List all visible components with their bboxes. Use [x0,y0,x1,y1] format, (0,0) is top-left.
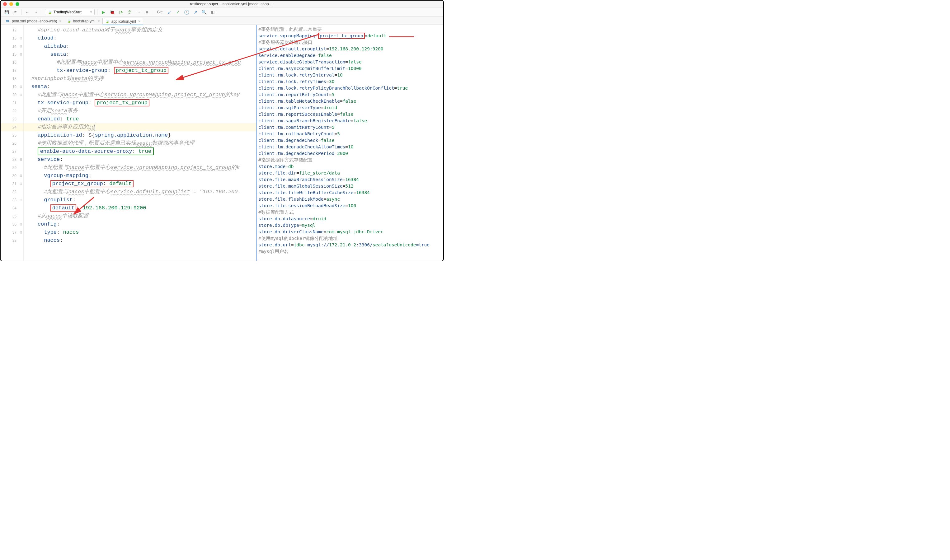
line-number[interactable]: 21 [1,99,23,107]
line-number[interactable]: 14⊟ [1,42,23,51]
fold-icon[interactable]: ⊟ [20,34,22,42]
line-number[interactable]: 20⊟ [1,91,23,99]
line-number[interactable]: 27 [1,148,23,155]
code-line[interactable]: #此配置与nacos中配置中心service.vgroupMapping.pro… [24,58,257,66]
code-line[interactable]: cloud: [24,34,257,42]
code-editor[interactable]: #spring-cloud-alibaba对于seata事务组的定义 cloud… [24,25,257,261]
fold-icon[interactable]: ⊟ [20,83,22,91]
profile-icon[interactable]: ⏱ [126,9,133,15]
commit-icon[interactable]: ✓ [175,9,182,15]
run-icon[interactable]: ▶ [100,9,107,15]
leaf-icon: 🍃 [105,19,109,24]
line-number[interactable]: 34 [1,204,23,212]
line-number[interactable]: 13⊟ [1,34,23,42]
fold-icon[interactable]: ⊟ [20,91,22,99]
editor-tabs: m pom.xml (model-shop-web) × 🍃 bootstrap… [1,17,443,25]
line-number[interactable]: 30⊟ [1,172,23,180]
tab-application-yml[interactable]: 🍃 application.yml × [102,18,143,25]
line-number[interactable]: 17 [1,66,23,75]
code-line[interactable]: enabled: true [24,115,257,123]
tab-pom-xml[interactable]: m pom.xml (model-shop-web) × [3,17,64,25]
refresh-icon[interactable]: ⟳ [12,9,18,15]
forward-icon[interactable]: → [33,9,40,15]
fold-icon[interactable]: ⊟ [20,172,22,180]
line-number[interactable]: 31⊟ [1,180,23,188]
code-line[interactable]: type: nacos [24,228,257,237]
stop-icon[interactable]: ■ [143,9,150,15]
code-line[interactable]: #springboot对seata的支持 [24,75,257,83]
line-number[interactable]: 29 [1,164,23,172]
line-number[interactable]: 33⊟ [1,196,23,204]
back-icon[interactable]: ← [24,9,31,15]
code-line[interactable]: default: 192.168.200.129:9200 [24,204,257,212]
right-config-view[interactable]: #事务组配置，此配置非常重要service.vgroupMapping.proj… [257,25,443,256]
run-config-dropdown[interactable]: 🍃 TradingWebStart ▾ [45,9,95,15]
code-line[interactable]: #从nacos中读取配置 [24,212,257,220]
line-number[interactable]: 28⊟ [1,155,23,164]
coverage-icon[interactable]: ◔ [117,9,124,15]
code-line[interactable]: #此配置与nacos中配置中心service.vgroupMapping.pro… [24,164,257,172]
code-line[interactable]: vgroup-mapping: [24,172,257,180]
code-line[interactable]: tx-service-group: project_tx_group [24,66,257,75]
code-line[interactable]: tx-service-group: project_tx_group [24,99,257,107]
config-line: #事务组配置，此配置非常重要 [259,26,442,33]
code-line[interactable]: service: [24,155,257,164]
line-number[interactable]: 24 [1,123,23,131]
minimize-window-button[interactable] [9,2,13,6]
update-icon[interactable]: ↙ [166,9,173,15]
search-icon[interactable]: 🔍 [201,9,208,15]
fold-icon[interactable]: ⊟ [20,220,22,228]
attach-icon[interactable]: ⋯ [135,9,142,15]
history-icon[interactable]: 🕐 [183,9,190,15]
config-line: store.mode=db [259,163,442,170]
line-number[interactable]: 18 [1,75,23,83]
close-icon[interactable]: × [138,19,140,24]
line-number[interactable]: 35 [1,212,23,220]
code-line[interactable]: config: [24,220,257,228]
ide-tools-icon[interactable]: ◧ [209,9,216,15]
fold-icon[interactable]: ⊟ [20,196,22,204]
code-line[interactable]: grouplist: [24,196,257,204]
line-number[interactable]: 23 [1,115,23,123]
debug-icon[interactable]: 🐞 [109,9,115,15]
git-label: Git: [157,10,163,14]
code-line[interactable]: application-id: ${spring.application.nam… [24,131,257,139]
config-line: store.db.dbType=mysql [259,222,442,229]
code-line[interactable]: seata: [24,51,257,58]
fold-icon[interactable]: ⊟ [20,228,22,237]
close-window-button[interactable] [3,2,7,6]
zoom-window-button[interactable] [15,2,19,6]
save-icon[interactable]: 💾 [3,9,10,15]
code-line[interactable]: #开启seata事务 [24,107,257,115]
line-number[interactable]: 12 [1,26,23,34]
fold-icon[interactable]: ⊟ [20,42,22,51]
code-line[interactable]: #使用数据源的代理，配置后无需自己实现seata数据源的事务代理 [24,139,257,148]
separator [21,9,22,15]
line-number[interactable]: 38 [1,237,23,245]
line-number[interactable]: 37⊟ [1,228,23,237]
close-icon[interactable]: × [59,19,61,23]
line-number[interactable]: 25 [1,131,23,139]
rollback-icon[interactable]: ↗ [192,9,199,15]
fold-icon[interactable]: ⊟ [20,155,22,164]
line-number[interactable]: 22 [1,107,23,115]
code-line[interactable]: nacos: [24,237,257,245]
code-line[interactable]: seata: [24,83,257,91]
line-number[interactable]: 19⊟ [1,83,23,91]
code-line[interactable]: #此配置与nacos中配置中心service.vgroupMapping.pro… [24,91,257,99]
tab-bootstrap-yml[interactable]: 🍃 bootstrap.yml × [64,17,102,25]
code-line[interactable]: #指定当前事务应用的id [24,123,257,131]
fold-icon[interactable]: ⊟ [20,51,22,58]
code-line[interactable]: alibaba: [24,42,257,51]
code-line[interactable]: enable-auto-data-source-proxy: true [24,148,257,155]
fold-icon[interactable]: ⊟ [20,180,22,188]
line-number[interactable]: 32 [1,188,23,196]
code-line[interactable]: #spring-cloud-alibaba对于seata事务组的定义 [24,26,257,34]
code-line[interactable]: #此配置与nacos中配置中心service.default.grouplist… [24,188,257,196]
line-number[interactable]: 16 [1,58,23,66]
line-number[interactable]: 26 [1,139,23,148]
close-icon[interactable]: × [97,19,100,23]
line-number[interactable]: 36⊟ [1,220,23,228]
line-number[interactable]: 15⊟ [1,51,23,58]
code-line[interactable]: project_tx_group: default [24,180,257,188]
